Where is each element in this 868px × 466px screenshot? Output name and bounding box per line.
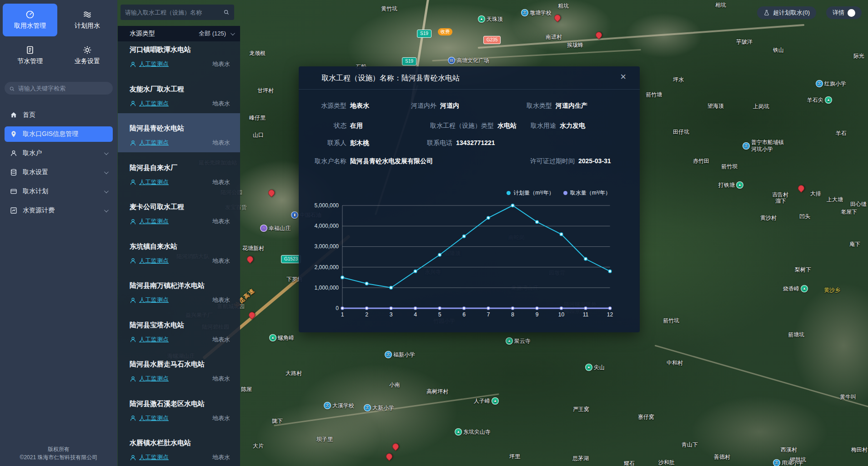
map-label-text: 望海顶 [707,103,724,110]
map-place-label: 黄牛叫 [840,394,856,401]
station-meta: 人工监测点地表水 [130,336,230,344]
search-icon[interactable] [223,9,230,15]
monitor-type[interactable]: 人工监测点 [139,139,212,147]
station-search-input[interactable] [125,9,220,16]
school-poi-icon[interactable]: 文 [816,80,823,87]
mountain-poi-icon[interactable]: ▲ [455,428,462,436]
chevron-down-icon[interactable] [231,31,235,35]
flask-icon [763,10,770,16]
monitor-type[interactable]: 人工监测点 [139,453,212,461]
map-place-label: 大路村 [286,370,302,377]
map-pin-icon[interactable] [391,442,400,451]
person-icon [130,336,136,343]
map-pin-icon[interactable] [246,255,255,264]
list-item[interactable]: 陆河县水唇走马石水电站人工监测点地表水 [118,349,240,388]
map-place-label: 陇下 [272,418,283,425]
mountain-poi-icon[interactable]: ▲ [269,334,276,341]
sidebar-search-input[interactable] [18,85,108,92]
school-poi-icon[interactable]: 文 [385,351,392,358]
copyright-line2: ©2021 珠海市仁智科技有限公司 [0,453,117,461]
map-pin-icon[interactable] [385,452,394,461]
monitor-type[interactable]: 人工监测点 [139,336,212,344]
mountain-poi-icon[interactable]: ▲ [801,285,808,292]
school-poi-icon[interactable]: 文 [743,142,750,150]
toggle-knob[interactable] [848,9,855,17]
tile-planned-water[interactable]: 计划用水 [60,4,115,36]
map-label-text: 羊石 [836,130,847,137]
monitor-type[interactable]: 人工监测点 [139,178,212,186]
mountain-poi-icon[interactable]: ▲ [506,337,513,345]
mountain-poi-icon[interactable]: ▲ [736,181,743,189]
station-meta: 人工监测点地表水 [130,100,230,108]
over-plan-intake-button[interactable]: 超计划取水(0) [757,6,816,19]
map-pin-icon[interactable] [553,13,562,22]
station-filter-bar[interactable]: 水源类型 全部 (125) [118,26,240,41]
map-label-text: 箭竹塘 [646,91,662,98]
map-place-label: 龙颈根 [249,50,266,57]
mountain-poi-icon[interactable]: ▲ [825,96,832,104]
svg-text:1: 1 [341,311,344,318]
detail-toggle[interactable]: 详情 [826,6,862,19]
search-icon [9,85,15,91]
close-icon[interactable]: × [620,72,626,82]
school-poi-icon[interactable]: 文 [324,402,331,409]
map-place-label: 吉告村 [772,191,788,198]
mountain-poi-icon[interactable]: ▲ [492,397,499,405]
station-name: 河口镇唱歌潭水电站 [130,45,191,54]
school-poi-icon[interactable]: 文 [521,9,528,16]
sidebar-item-home[interactable]: 首页 [5,107,113,123]
list-item[interactable]: 陆河县青砼水电站人工监测点地表水 [118,113,240,152]
list-item[interactable]: 陆河县南万镇杞洋水电站人工监测点地表水 [118,271,240,310]
field-label: 取水类型 [299,102,552,110]
map-label-text: 中和村 [667,360,683,366]
school-poi-icon[interactable]: 文 [364,404,371,411]
map-pin-icon[interactable] [267,188,276,197]
map-label-text: 黄竹坑 [381,5,397,12]
culture-poi-icon[interactable]: ▤ [448,57,455,64]
monitor-type[interactable]: 人工监测点 [139,217,212,225]
chevron-down-icon[interactable] [104,189,109,193]
mountain-poi-icon[interactable]: ▲ [478,15,485,23]
monitor-type[interactable]: 人工监测点 [139,100,212,108]
tile-water-saving-mgmt[interactable]: 节水管理 [3,39,57,72]
gas-poi-icon[interactable]: ▮ [291,211,298,219]
monitor-type[interactable]: 人工监测点 [139,60,212,68]
list-item[interactable]: 陆河县宝塔水电站人工监测点地表水 [118,310,240,349]
chart-legend: 计划量（m³/年） 取水量（m³/年） [507,189,611,197]
person-icon [130,61,136,68]
monitor-type[interactable]: 人工监测点 [139,257,212,265]
map-label-text: 粗坑 [558,3,569,10]
map-place-label: 际光 [853,53,864,60]
monitor-type[interactable]: 人工监测点 [139,296,212,304]
monitor-type[interactable]: 人工监测点 [139,414,212,422]
svg-text:11: 11 [583,311,589,318]
list-item[interactable]: 友能水厂取水工程人工监测点地表水 [118,74,240,113]
sidebar-item-intake-settings[interactable]: 取水设置 [5,165,113,180]
sidebar-item-label: 取水设置 [23,168,99,176]
mountain-poi-icon[interactable]: ▲ [585,364,592,371]
map-pin-icon[interactable] [797,184,806,193]
tile-label: 节水管理 [17,57,43,65]
monitor-type[interactable]: 人工监测点 [139,375,212,383]
school-poi-icon[interactable]: 文 [773,459,780,466]
chevron-down-icon[interactable] [104,170,109,174]
sidebar-item-water-billing[interactable]: 水资源计费 [5,203,113,218]
filter-value[interactable]: 全部 (125) [199,30,226,38]
map-place-label: 田仔坑 [673,129,689,135]
list-item[interactable]: 麦卡公司取水工程人工监测点地表水 [118,192,240,231]
chevron-down-icon[interactable] [104,150,109,155]
tile-water-intake-mgmt[interactable]: 取用水管理 [3,4,57,36]
sidebar-item-intake-gis[interactable]: 取水口GIS信息管理 [5,126,113,142]
map-place-label: 文用湖小学 [773,459,803,466]
tile-business-settings[interactable]: 业务设置 [60,39,115,72]
chevron-down-icon[interactable] [104,208,109,212]
list-item[interactable]: 水唇镇水栏肚水电站人工监测点地表水 [118,428,240,466]
sidebar-item-intake-users[interactable]: 取水户 [5,145,113,161]
sidebar-item-intake-plan[interactable]: 取水计划 [5,184,113,199]
field-label: 许可证过期时间 [299,157,575,165]
svg-text:4: 4 [414,311,417,318]
list-item[interactable]: 陆河县自来水厂人工监测点地表水 [118,153,240,192]
resort-poi-icon[interactable]: ⌂ [260,225,267,232]
list-item[interactable]: 东坑镇自来水站人工监测点地表水 [118,231,240,271]
list-item[interactable]: 陆河县激石溪老区水电站人工监测点地表水 [118,389,240,428]
